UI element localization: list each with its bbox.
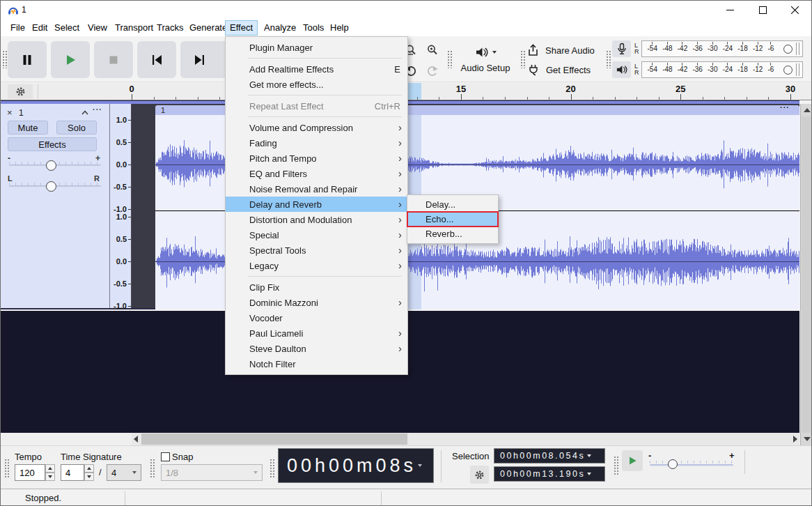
effect-menu-item-legacy[interactable]: Legacy› [226,258,407,273]
snap-checkbox[interactable] [161,452,170,461]
pause-button[interactable] [8,41,47,78]
submenu-arrow-icon: › [398,258,402,273]
effect-menu-item-pitch-and-tempo[interactable]: Pitch and Tempo› [226,151,407,166]
recording-meter-scale: -54-48-42-36-30-24-18-12-6 [641,40,803,57]
time-signature-upper-input[interactable]: 4 [61,464,84,481]
play-button[interactable] [51,41,90,78]
submenu-item-delay[interactable]: Delay... [407,197,498,212]
tempo-spinner[interactable] [45,464,55,481]
audio-setup-button[interactable]: Audio Setup [455,40,516,78]
vertical-scale-ruler[interactable]: 1.00.50.0-0.5-1.01.00.50.0-0.5-1.0 [110,104,132,308]
menubar-item-edit[interactable]: Edit [28,20,52,36]
gain-slider-thumb[interactable] [46,160,56,171]
audio-position-display[interactable]: 00h00m08s [278,448,434,483]
selection-start-field[interactable]: 00h00m08.054s [494,448,605,463]
menubar-item-select[interactable]: Select [50,20,84,36]
effect-menu-item-repeat-last-effect[interactable]: Repeat Last EffectCtrl+R [226,98,407,114]
track-name[interactable]: 1 [19,108,24,118]
effect-menu-item-noise-removal-and-repair[interactable]: Noise Removal and Repair› [226,181,407,197]
effect-menu-item-clip-fix[interactable]: Clip Fix [226,279,407,295]
skip-to-start-button[interactable] [137,41,176,78]
tempo-input[interactable]: 120 [15,464,45,481]
vertical-scroll-thumb[interactable] [802,116,812,433]
effect-menu-item-spectral-tools[interactable]: Spectral Tools› [226,243,407,258]
effect-menu-item-distortion-and-modulation[interactable]: Distortion and Modulation› [226,212,407,227]
timeline-options-button[interactable] [8,84,33,99]
play-at-speed-button[interactable] [622,450,643,471]
track-close-button[interactable]: × [7,107,13,118]
time-toolbar-grip[interactable] [4,459,10,478]
snap-select[interactable]: 1/8 [161,464,263,481]
track-menu-button[interactable]: ··· [93,105,102,114]
effect-menu-item-special[interactable]: Special› [226,227,407,243]
scroll-down-arrow-icon[interactable] [804,437,811,441]
effect-menu-item-paul-licameli[interactable]: Paul Licameli› [226,325,407,341]
horizontal-scroll-thumb[interactable] [141,434,407,445]
transport-toolbar-grip[interactable] [2,50,8,68]
horizontal-scrollbar[interactable] [132,433,799,445]
mute-button[interactable]: Mute [8,121,48,135]
ruler-tick [790,94,791,100]
meter-scale-value: -42 [678,42,687,56]
menubar-item-help[interactable]: Help [326,20,353,36]
selection-options-button[interactable] [470,466,489,484]
pan-slider-thumb[interactable] [46,181,56,192]
clip-menu-button[interactable]: ··· [780,105,790,112]
meter-toolbar-grip[interactable] [606,50,611,68]
maximize-button[interactable] [747,1,779,20]
effect-menu-item-get-more-effects[interactable]: Get more effects... [226,77,407,92]
scroll-up-arrow-icon[interactable] [804,108,811,112]
menubar-item-view[interactable]: View [84,20,111,36]
submenu-item-echo[interactable]: Echo... [407,212,498,227]
effect-menu-item-fading[interactable]: Fading› [226,135,407,151]
effect-menu-item-volume-and-compression[interactable]: Volume and Compression› [226,120,407,135]
time-display-grip[interactable] [270,459,275,478]
pan-right-label: R [94,174,100,183]
submenu-item-reverb[interactable]: Reverb... [407,227,498,241]
effects-button[interactable]: Effects [8,137,97,151]
recording-meter[interactable]: LR -54-48-42-36-30-24-18-12-6 [612,39,803,58]
effect-menu-item-notch-filter[interactable]: Notch Filter [226,356,407,371]
menubar-item-tracks[interactable]: Tracks [153,20,188,36]
effect-menu-item-vocoder[interactable]: Vocoder [226,310,407,325]
effect-menu-item-dominic-mazzoni[interactable]: Dominic Mazzoni› [226,295,407,310]
minimize-button[interactable] [714,1,746,20]
effect-menu-item-eq-and-filters[interactable]: EQ and Filters› [226,166,407,181]
effect-menu-item-delay-and-reverb[interactable]: Delay and Reverb› [226,197,407,212]
effect-menu-item-steve-daulton[interactable]: Steve Daulton› [226,341,407,356]
menubar-item-file[interactable]: File [6,20,29,36]
menubar-item-transport[interactable]: Transport [111,20,157,36]
audio-setup-grip[interactable] [447,50,453,68]
effect-menu-item-plugin-manager[interactable]: Plugin Manager [226,40,407,55]
get-effects-button[interactable]: Get Effects [527,61,604,78]
menubar-item-effect[interactable]: Effect [225,20,258,36]
ruler-label-0: 0 [129,84,134,94]
effect-menu-item-add-realtime-effects[interactable]: Add Realtime EffectsE [226,61,407,77]
menubar-item-analyze[interactable]: Analyze [260,20,300,36]
share-audio-button[interactable]: Share Audio [527,42,604,59]
playback-meter[interactable]: LR -54-48-42-36-30-24-18-12-6 [612,60,803,79]
solo-button[interactable]: Solo [56,121,97,135]
share-toolbar-grip[interactable] [520,50,526,68]
zoom-toggle-button[interactable] [423,41,442,59]
vertical-scrollbar[interactable] [800,104,812,445]
speed-slider-thumb[interactable] [668,459,678,469]
scroll-right-arrow-icon[interactable] [793,436,797,443]
menubar-item-tools[interactable]: Tools [299,20,328,36]
meter-scale-value: -6 [768,42,774,56]
title-bar[interactable]: 1 [1,1,811,20]
play-at-speed-grip[interactable] [614,456,619,475]
chevron-up-icon[interactable] [81,110,88,115]
close-button[interactable] [779,1,811,20]
redo-button[interactable] [423,61,442,79]
selection-end-field[interactable]: 00h00m13.190s [494,466,605,482]
stop-button[interactable] [94,41,133,78]
time-signature-spinner[interactable] [84,464,94,481]
snap-toolbar-grip[interactable] [150,459,155,478]
track-control-panel[interactable]: × 1 ··· Mute Solo Effects - + L R [1,104,110,308]
record-meter-button[interactable] [612,40,631,57]
play-meter-button[interactable] [612,61,631,78]
scroll-left-arrow-icon[interactable] [134,436,138,443]
time-signature-lower-select[interactable]: 4 [107,464,141,481]
submenu-arrow-icon: › [398,166,402,181]
